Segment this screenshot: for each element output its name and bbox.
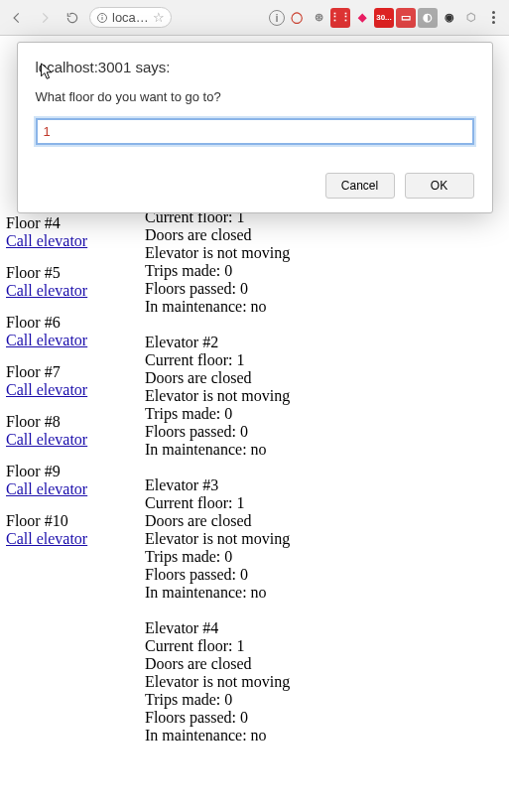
dialog-message: What floor do you want to go to? (36, 89, 474, 104)
extensions-row: i ◯ ⊛ ⋮⋮ ◆ 30... ▭ ◐ ◉ ⬡ (269, 8, 503, 28)
ext-tab-icon[interactable]: ▭ (396, 8, 416, 28)
ext-diamond-icon[interactable]: ◆ (352, 8, 372, 28)
elevator-status-line: Floors passed: 0 (145, 423, 503, 441)
back-button[interactable] (6, 7, 28, 29)
floors-column: Floor #4Call elevatorFloor #5Call elevat… (6, 214, 125, 762)
elevator-status-line: Doors are closed (145, 369, 503, 387)
elevator-title: Elevator #4 (145, 619, 503, 637)
ext-red-icon[interactable]: ⋮⋮ (330, 8, 350, 28)
elevators-column: Current floor: 1Doors are closedElevator… (145, 208, 503, 762)
address-bar[interactable]: loca… ☆ (89, 7, 172, 28)
elevator-status-line: Elevator is not moving (145, 387, 503, 405)
address-text: loca… (112, 10, 149, 25)
call-elevator-link[interactable]: Call elevator (6, 232, 87, 250)
floor-block: Floor #9Call elevator (6, 463, 125, 498)
elevator-status-line: Floors passed: 0 (145, 566, 503, 584)
elevator-status-line: Doors are closed (145, 512, 503, 530)
call-elevator-link[interactable]: Call elevator (6, 282, 87, 300)
ext-gray-icon[interactable]: ◐ (418, 8, 438, 28)
floor-label: Floor #8 (6, 413, 125, 431)
call-elevator-link[interactable]: Call elevator (6, 381, 87, 399)
info-icon (96, 12, 108, 24)
floor-block: Floor #6Call elevator (6, 314, 125, 349)
floor-label: Floor #9 (6, 463, 125, 480)
elevator-status-line: Elevator is not moving (145, 673, 503, 691)
call-elevator-link[interactable]: Call elevator (6, 530, 87, 548)
elevator-block: Current floor: 1Doors are closedElevator… (145, 208, 503, 316)
reload-button[interactable] (62, 7, 83, 29)
elevator-status-line: Current floor: 1 (145, 494, 503, 512)
floor-label: Floor #4 (6, 214, 125, 232)
floor-label: Floor #7 (6, 363, 125, 381)
elevator-status-line: In maintenance: no (145, 584, 503, 602)
elevator-status-line: Doors are closed (145, 226, 503, 244)
floor-block: Floor #8Call elevator (6, 413, 125, 449)
floor-label: Floor #5 (6, 264, 125, 282)
call-elevator-link[interactable]: Call elevator (6, 480, 87, 498)
floor-block: Floor #5Call elevator (6, 264, 125, 300)
elevator-status-line: Floors passed: 0 (145, 280, 503, 298)
floor-block: Floor #4Call elevator (6, 214, 125, 250)
browser-toolbar: loca… ☆ i ◯ ⊛ ⋮⋮ ◆ 30... ▭ ◐ ◉ ⬡ (0, 0, 509, 36)
ublock-icon[interactable]: ◯ (287, 8, 307, 28)
dialog-input[interactable] (36, 118, 474, 145)
elevator-block: Elevator #4Current floor: 1Doors are clo… (145, 619, 503, 744)
elevator-status-line: Current floor: 1 (145, 637, 503, 655)
ok-button[interactable]: OK (405, 173, 474, 199)
elevator-status-line: Trips made: 0 (145, 405, 503, 423)
floor-label: Floor #10 (6, 512, 125, 530)
floor-label: Floor #6 (6, 314, 125, 332)
call-elevator-link[interactable]: Call elevator (6, 332, 87, 349)
browser-menu-button[interactable] (483, 11, 503, 24)
info-icon[interactable]: i (269, 10, 285, 26)
floor-block: Floor #7Call elevator (6, 363, 125, 399)
cancel-button[interactable]: Cancel (325, 173, 395, 199)
elevator-status-line: Elevator is not moving (145, 244, 503, 262)
elevator-status-line: In maintenance: no (145, 441, 503, 459)
dialog-overlay: localhost:3001 says: What floor do you w… (0, 36, 509, 213)
lastpass-icon[interactable]: 30... (374, 8, 394, 28)
elevator-status-line: Trips made: 0 (145, 548, 503, 566)
svg-rect-2 (102, 15, 103, 16)
elevator-status-line: Elevator is not moving (145, 530, 503, 548)
elevator-status-line: In maintenance: no (145, 298, 503, 316)
dialog-title: localhost:3001 says: (36, 59, 474, 75)
elevator-status-line: In maintenance: no (145, 727, 503, 744)
shield-icon[interactable]: ⬡ (461, 8, 481, 28)
elevator-status-line: Current floor: 1 (145, 351, 503, 369)
call-elevator-link[interactable]: Call elevator (6, 431, 87, 449)
svg-rect-1 (102, 17, 103, 20)
elevator-status-line: Doors are closed (145, 655, 503, 673)
elevator-status-line: Trips made: 0 (145, 691, 503, 709)
dialog-button-row: Cancel OK (36, 173, 474, 199)
floor-block: Floor #10Call elevator (6, 512, 125, 548)
forward-button[interactable] (34, 7, 56, 29)
github-icon[interactable]: ◉ (440, 8, 459, 28)
elevator-title: Elevator #3 (145, 476, 503, 494)
elevator-block: Elevator #3Current floor: 1Doors are clo… (145, 476, 503, 602)
elevator-status-line: Floors passed: 0 (145, 709, 503, 727)
star-icon[interactable]: ☆ (153, 10, 165, 25)
elevator-status-line: Trips made: 0 (145, 262, 503, 280)
elevator-title: Elevator #2 (145, 334, 503, 351)
react-devtools-icon[interactable]: ⊛ (309, 8, 328, 28)
prompt-dialog: localhost:3001 says: What floor do you w… (17, 42, 493, 213)
elevator-block: Elevator #2Current floor: 1Doors are clo… (145, 334, 503, 459)
